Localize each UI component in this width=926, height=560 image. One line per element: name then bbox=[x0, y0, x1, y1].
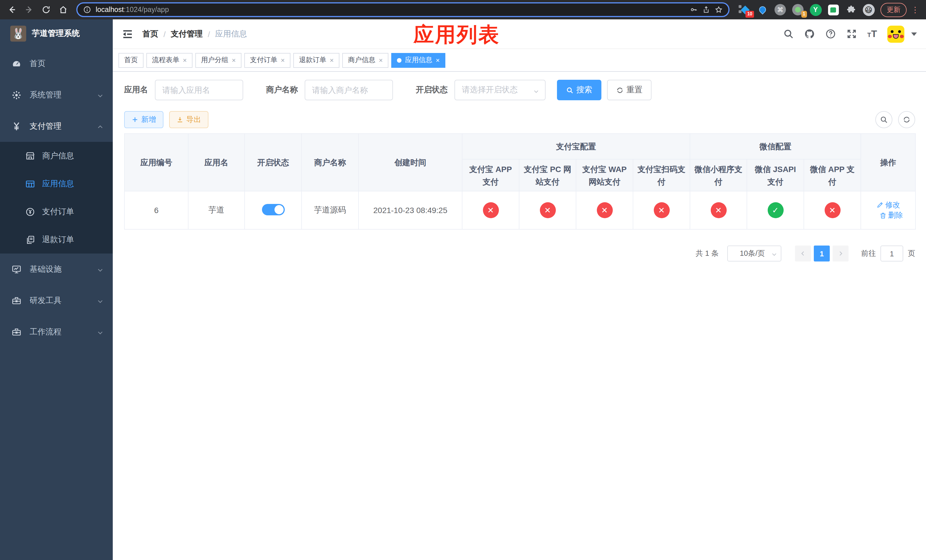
goto-page-input[interactable] bbox=[881, 245, 903, 262]
site-info-icon[interactable] bbox=[83, 6, 91, 14]
breadcrumb-item[interactable]: 支付管理 bbox=[171, 29, 203, 39]
tab-label: 首页 bbox=[124, 55, 138, 65]
add-button[interactable]: 新增 bbox=[124, 111, 163, 128]
export-button[interactable]: 导出 bbox=[169, 111, 209, 128]
tab-close-icon[interactable]: × bbox=[232, 57, 236, 64]
tab-3[interactable]: 支付订单× bbox=[244, 53, 291, 68]
tab-close-icon[interactable]: × bbox=[436, 57, 440, 64]
column-header: 微信小程序支付 bbox=[690, 159, 747, 191]
filter-form: 应用名 商户名称 开启状态 请选择开启状态 搜索 bbox=[124, 80, 915, 100]
sidebar-item-5[interactable]: 工作流程 bbox=[0, 316, 113, 348]
sidebar-subitem-0[interactable]: 商户信息 bbox=[0, 142, 113, 170]
extension-pin-icon[interactable] bbox=[756, 3, 769, 16]
home-icon[interactable] bbox=[56, 2, 71, 17]
status-label: 开启状态 bbox=[416, 85, 448, 95]
sidebar-subitem-2[interactable]: 支付订单 bbox=[0, 198, 113, 226]
reload-icon[interactable] bbox=[39, 2, 53, 17]
sidebar-item-4[interactable]: 研发工具 bbox=[0, 285, 113, 316]
sidebar-collapse-icon[interactable] bbox=[122, 28, 133, 39]
tab-label: 用户分组 bbox=[201, 55, 228, 65]
tab-close-icon[interactable]: × bbox=[330, 57, 334, 64]
password-key-icon[interactable] bbox=[690, 6, 698, 14]
active-dot bbox=[397, 58, 401, 62]
reset-button[interactable]: 重置 bbox=[607, 80, 652, 100]
fullscreen-icon[interactable] bbox=[846, 29, 857, 39]
extension-yudao-icon[interactable]: Y bbox=[809, 3, 822, 16]
tab-close-icon[interactable]: × bbox=[379, 57, 383, 64]
tab-close-icon[interactable]: × bbox=[281, 57, 285, 64]
extension-recorder-icon[interactable]: 1 bbox=[791, 3, 804, 16]
cell-pay-status: ✕ bbox=[462, 191, 519, 229]
extension-chat-icon[interactable] bbox=[827, 3, 840, 16]
page-root: localhost:1024/pay/app 10 ⌘ 1 bbox=[0, 0, 926, 560]
bookmark-star-icon[interactable] bbox=[715, 6, 723, 14]
prev-page-button[interactable] bbox=[795, 245, 811, 262]
address-bar[interactable]: localhost:1024/pay/app bbox=[76, 2, 729, 17]
close-circle-icon: ✕ bbox=[710, 202, 726, 218]
page-number-button[interactable]: 1 bbox=[814, 245, 830, 262]
refresh-table-button[interactable] bbox=[898, 111, 915, 128]
browser-menu-icon[interactable]: ⋮ bbox=[909, 5, 921, 14]
sidebar-item-1[interactable]: 系统管理 bbox=[0, 79, 113, 110]
page-size-select[interactable]: 10条/页 bbox=[727, 245, 781, 262]
tab-4[interactable]: 退款订单× bbox=[293, 53, 339, 68]
status-select[interactable]: 请选择开启状态 bbox=[454, 80, 546, 100]
status-toggle[interactable] bbox=[262, 204, 284, 215]
cell-actions: 修改删除 bbox=[861, 191, 915, 229]
group-header: 支付宝配置 bbox=[462, 133, 690, 159]
app-name-input[interactable] bbox=[155, 80, 243, 100]
extension-command-icon[interactable]: ⌘ bbox=[774, 3, 787, 16]
tab-label: 退款订单 bbox=[299, 55, 326, 65]
sidebar-item-3[interactable]: 基础设施 bbox=[0, 254, 113, 285]
merchant-name-input[interactable] bbox=[305, 80, 393, 100]
close-circle-icon: ✕ bbox=[483, 202, 499, 218]
edit-link[interactable]: 修改 bbox=[876, 200, 900, 210]
cell-pay-status: ✕ bbox=[519, 191, 576, 229]
app-logo[interactable]: 🐰 芋道管理系统 bbox=[0, 20, 113, 48]
tab-0[interactable]: 首页 bbox=[118, 53, 144, 68]
sidebar-subitem-3[interactable]: 退款订单 bbox=[0, 226, 113, 254]
back-icon[interactable] bbox=[5, 2, 20, 17]
extensions-puzzle-icon[interactable] bbox=[844, 3, 857, 16]
sidebar-subitem-label: 商户信息 bbox=[42, 151, 104, 161]
pagination: 共 1 条 10条/页 1 前往 bbox=[124, 245, 915, 262]
extension-diamond-icon[interactable]: 10 bbox=[738, 3, 751, 16]
forward-icon[interactable] bbox=[22, 2, 36, 17]
tab-5[interactable]: 商户信息× bbox=[342, 53, 388, 68]
cell-status bbox=[245, 191, 301, 229]
help-icon[interactable] bbox=[825, 29, 836, 39]
search-button[interactable]: 搜索 bbox=[557, 80, 601, 100]
user-avatar[interactable] bbox=[887, 25, 904, 42]
breadcrumb-item[interactable]: 首页 bbox=[142, 29, 158, 39]
next-page-button[interactable] bbox=[832, 245, 849, 262]
logo-image: 🐰 bbox=[10, 26, 26, 42]
search-icon[interactable] bbox=[783, 29, 794, 39]
breadcrumb-separator: / bbox=[208, 29, 210, 38]
show-search-button[interactable] bbox=[875, 111, 893, 128]
github-icon[interactable] bbox=[804, 29, 815, 39]
chevron-down-icon bbox=[771, 250, 777, 257]
share-icon[interactable] bbox=[702, 6, 710, 14]
column-header: 支付宝 APP 支付 bbox=[462, 159, 519, 191]
sidebar-subitem-1[interactable]: 应用信息 bbox=[0, 170, 113, 198]
tab-close-icon[interactable]: × bbox=[183, 57, 187, 64]
font-size-icon[interactable]: TT bbox=[867, 29, 877, 39]
shop-icon bbox=[25, 151, 35, 161]
url-text[interactable]: localhost:1024/pay/app bbox=[96, 6, 685, 14]
sidebar-item-2[interactable]: 支付管理 bbox=[0, 110, 113, 142]
cell-pay-status: ✕ bbox=[633, 191, 690, 229]
profile-avatar-icon[interactable]: 😃 bbox=[862, 3, 875, 16]
sidebar-item-0[interactable]: 首页 bbox=[0, 48, 113, 79]
sidebar-subitem-label: 应用信息 bbox=[42, 179, 104, 189]
breadcrumb: 首页/支付管理/应用信息 bbox=[142, 29, 247, 39]
extension-badge: 1 bbox=[801, 11, 807, 18]
sidebar-item-label: 支付管理 bbox=[30, 121, 97, 131]
cell-app-name: 芋道 bbox=[188, 191, 245, 229]
tab-2[interactable]: 用户分组× bbox=[195, 53, 242, 68]
avatar-caret-icon[interactable] bbox=[911, 32, 917, 36]
tab-1[interactable]: 流程表单× bbox=[146, 53, 192, 68]
chrome-update-button[interactable]: 更新 bbox=[881, 3, 906, 17]
tab-6[interactable]: 应用信息× bbox=[391, 53, 445, 68]
page-unit-label: 页 bbox=[908, 248, 915, 259]
delete-link[interactable]: 删除 bbox=[879, 210, 903, 221]
